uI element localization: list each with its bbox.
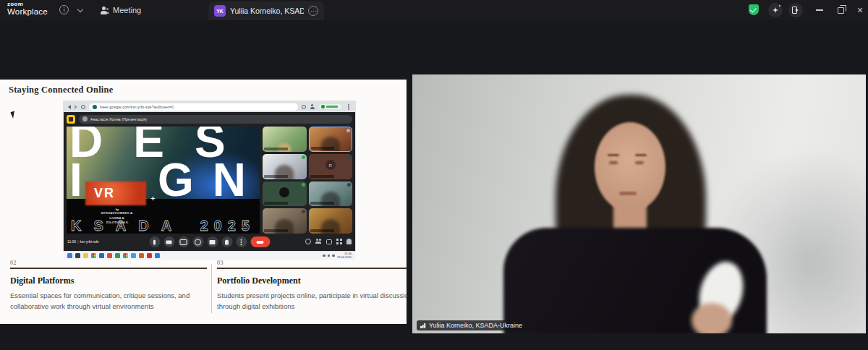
section-heading: Portfolio Development: [217, 276, 407, 286]
mic-button: [149, 236, 160, 247]
tab-meeting[interactable]: Meeting: [100, 0, 141, 20]
participant-name-blur: [310, 175, 334, 178]
account-dot-icon: [321, 105, 325, 108]
forward-icon: [75, 105, 77, 109]
taskbar-app-icon: [99, 253, 104, 258]
video-name-tag: Yuliia Korneiko, KSADA-Ukraine: [417, 320, 527, 330]
system-tray: 11:06 23.04.2025: [323, 252, 352, 260]
participants-icon: [315, 239, 322, 244]
mouse-cursor-icon: [10, 111, 17, 119]
meet-control-bar: 11:06|ksr-yrbt-sde: [64, 234, 355, 251]
tray-icon: [328, 255, 331, 257]
tray-icon: [332, 255, 335, 257]
meet-body: DES I GN VR by MYKHASYCHENKO A. LOGINA A…: [67, 127, 352, 234]
meet-time: 11:06: [67, 239, 76, 244]
zoom-workplace-window: zoom Workplace i Meeting YK Yuliia Korne…: [0, 0, 868, 350]
taskbar-clock: 11:06 23.04.2025: [337, 252, 352, 260]
speaker-feature: [608, 154, 619, 156]
separator: |: [77, 239, 78, 244]
participant-tile: п: [309, 154, 353, 179]
participant-name-blur: [264, 148, 288, 150]
taskbar-app-icon: [131, 253, 136, 258]
meet-side-icons: [305, 239, 352, 244]
account-pill: [318, 103, 343, 110]
participant-grid: п: [263, 127, 352, 234]
speaker-feature: [635, 154, 647, 156]
meeting-tab-label: Meeting: [113, 6, 141, 14]
zoom-workplace-logo: zoom Workplace: [7, 1, 48, 17]
window-maximize-button[interactable]: [831, 0, 850, 20]
participant-tile: [309, 182, 353, 207]
section-number: 02: [10, 260, 207, 266]
participant-name-blur: [264, 229, 288, 232]
ai-companion-button[interactable]: [768, 3, 783, 17]
presentation-app-icon: [67, 115, 75, 124]
tab-active-meeting[interactable]: YK Yuliia Korneiko, KSADA-Ukraine's: [208, 1, 324, 20]
slide-section-digital-platforms: 02 Digital Platforms Essential spaces fo…: [10, 260, 207, 312]
taskbar-app-icon: [155, 253, 160, 258]
start-icon: [67, 253, 72, 258]
folder-icon: [83, 253, 88, 258]
people-icon: [100, 7, 109, 14]
security-shield-icon[interactable]: [749, 4, 759, 15]
mic-muted-icon: [347, 155, 351, 159]
presenting-banner: Анастасія Логіна (Презентація): [67, 114, 352, 124]
browser-screenshot: meet.google.com/ksr-yrbt-sde?authuser=0 …: [64, 101, 355, 251]
gear-icon: [302, 105, 306, 109]
poster-footer: KSADA 2025: [71, 218, 255, 233]
pin-icon: [346, 129, 350, 132]
design-vr-poster: DES I GN VR by MYKHASYCHENKO A. LOGINA A…: [67, 127, 260, 234]
present-button: [207, 236, 218, 247]
avatar: YK: [214, 5, 226, 17]
reload-icon: [81, 105, 85, 109]
brand-workplace: Workplace: [7, 8, 48, 17]
info-icon[interactable]: i: [59, 5, 69, 14]
section-body: Students present projects online, partic…: [217, 291, 407, 312]
profile-icon: [310, 104, 315, 109]
more-options-button: [236, 236, 247, 247]
windows-taskbar: 11:06 23.04.2025: [64, 252, 355, 260]
meeting-time-code: 11:06|ksr-yrbt-sde: [67, 239, 99, 244]
participant-name-blur: [310, 229, 334, 232]
participant-tile: [263, 154, 307, 179]
participant-name-blur: [310, 202, 334, 205]
section-divider: [10, 268, 207, 269]
participant-tile: [309, 127, 353, 152]
poster-year: 2025: [200, 218, 256, 233]
taskbar-app-icon: [107, 253, 112, 258]
captions-button: [178, 236, 189, 247]
mic-muted-icon: [347, 183, 351, 187]
youtube-icon: [147, 253, 152, 258]
google-meet-window: Анастасія Логіна (Презентація) DES I GN …: [64, 112, 355, 251]
window-close-button[interactable]: ×: [851, 0, 868, 20]
tray-icon: [323, 255, 326, 257]
poster-letter-i: I: [69, 157, 82, 203]
window-minimize-button[interactable]: [810, 0, 829, 20]
participant-avatar: п: [326, 160, 336, 170]
activities-icon: [336, 239, 342, 244]
url-text: meet.google.com/ksr-yrbt-sde?authuser=0: [100, 105, 174, 109]
connection-signal-icon: [420, 323, 426, 328]
tab-more-icon[interactable]: [308, 6, 318, 16]
participant-tile: [263, 208, 307, 234]
participant-tile: [263, 182, 307, 207]
speaker-name-label: Yuliia Korneiko, KSADA-Ukraine: [429, 322, 522, 329]
maximize-icon: [838, 7, 844, 14]
chrome-icon: [123, 253, 128, 258]
poster-author-1: MYKHASYCHENKO A.: [82, 211, 152, 216]
section-vertical-divider: [211, 264, 212, 313]
account-text-blur: [326, 106, 338, 107]
chevron-down-icon[interactable]: [77, 7, 83, 12]
speaker-video-tile[interactable]: Yuliia Korneiko, KSADA-Ukraine: [412, 74, 866, 333]
browser-menu-icon: [348, 106, 349, 108]
taskbar-app-icon: [75, 253, 80, 258]
camera-button: [163, 236, 174, 247]
meet-favicon: [93, 105, 97, 109]
participant-name-blur: [264, 175, 288, 178]
meet-code: ksr-yrbt-sde: [80, 239, 98, 244]
leave-meeting-button[interactable]: [788, 3, 803, 17]
presenter-name: Анастасія Логіна (Презентація): [90, 117, 147, 121]
section-heading: Digital Platforms: [10, 276, 207, 286]
taskbar-date: 23.04.2025: [337, 255, 352, 259]
participant-tile: [263, 127, 307, 152]
